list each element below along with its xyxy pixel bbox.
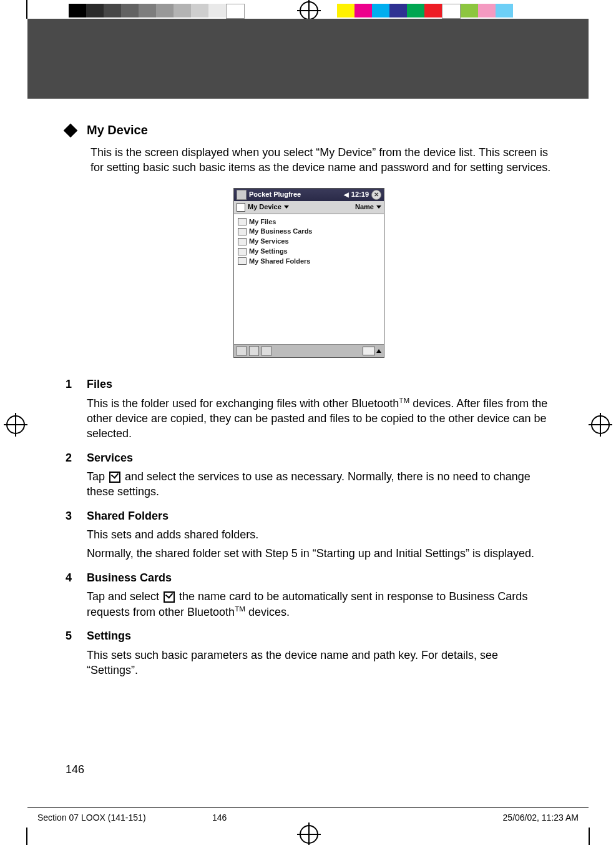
list-item-label: My Shared Folders [249,257,310,266]
toolbar-icon[interactable] [262,346,271,356]
folder-icon [238,238,247,245]
toolbar-icon[interactable] [249,346,259,356]
paragraph: This sets and adds shared folders. [87,527,552,542]
item-body: Business CardsTap and select the name ca… [87,570,552,624]
device-icon [237,203,245,212]
numbered-item: 5SettingsThis sets such basic parameters… [66,628,552,681]
swatch [407,4,424,17]
folder-icon [238,248,247,255]
swatch [337,4,354,17]
swatch [442,4,461,19]
intro-paragraph: This is the screen displayed when you se… [90,145,552,175]
swatch [389,4,407,17]
footer-filename: Section 07 LOOX (141-151) [37,813,146,823]
chevron-up-icon [376,349,381,353]
screenshot-list: My FilesMy Business CardsMy ServicesMy S… [234,214,384,344]
swatch [354,4,372,17]
folder-icon [238,257,247,265]
swatch [156,4,174,17]
item-title: Settings [87,628,552,643]
clock-time[interactable]: 12:19 [351,190,369,199]
list-item[interactable]: My Services [238,237,380,246]
swatch [174,4,191,17]
keyboard-icon [363,347,375,355]
chevron-down-icon [284,205,289,209]
swatch [226,4,245,19]
footer-page-center: 146 [212,813,227,823]
swatch [496,4,513,17]
checkbox-icon [164,591,175,603]
speaker-icon[interactable]: ◀ [344,190,349,199]
swatch [372,4,389,17]
item-number: 4 [66,570,87,624]
item-title: Services [87,450,552,465]
start-flag-icon[interactable] [237,190,247,200]
section-heading: My Device [66,122,552,139]
chevron-down-icon [376,205,381,209]
color-bar-process [337,4,513,17]
list-item[interactable]: My Settings [238,247,380,256]
list-item-label: My Services [249,237,289,246]
swatch [104,4,121,17]
item-number: 5 [66,628,87,681]
registration-mark-icon [591,415,610,434]
item-body: Shared FoldersThis sets and adds shared … [87,508,552,565]
list-item[interactable]: My Shared Folders [238,257,380,266]
list-item[interactable]: My Files [238,217,380,227]
screenshot-titlebar: Pocket Plugfree ◀ 12:19 ✕ [234,189,384,201]
sip-keyboard-button[interactable] [363,347,381,355]
crop-mark [26,828,27,845]
item-body: SettingsThis sets such basic parameters … [87,628,552,681]
paragraph: This is the folder used for exchanging f… [87,395,552,442]
item-title: Files [87,377,552,392]
sort-dropdown[interactable]: Name [355,202,381,212]
screenshot-toolbar: My Device Name [234,201,384,214]
print-footer: Section 07 LOOX (141-151) 146 25/06/02, … [37,813,579,823]
paragraph: Tap and select the services to use as ne… [87,469,552,500]
numbered-item: 3Shared FoldersThis sets and adds shared… [66,508,552,565]
footer-rule [27,807,589,808]
screenshot-bottombar [234,344,384,357]
device-dropdown[interactable]: My Device [237,202,289,212]
checkbox-icon [109,472,120,483]
numbered-item: 4Business CardsTap and select the name c… [66,570,552,624]
swatch [139,4,156,17]
crop-mark [589,828,590,845]
swatch [424,4,442,17]
swatch [191,4,208,17]
page-number: 146 [66,763,84,776]
page-header-band [27,19,589,99]
item-body: ServicesTap and select the services to u… [87,450,552,503]
close-icon[interactable]: ✕ [371,190,381,200]
item-body: FilesThis is the folder used for exchang… [87,377,552,445]
item-number: 2 [66,450,87,503]
registration-mark-icon [6,415,25,434]
nav-back-icon[interactable] [237,346,247,356]
item-title: Business Cards [87,570,552,585]
swatch [478,4,496,17]
item-number: 3 [66,508,87,565]
paragraph: Tap and select the name card to be autom… [87,589,552,620]
swatch [121,4,139,17]
list-item-label: My Settings [249,247,288,256]
sort-label: Name [355,202,374,212]
footer-date: 25/06/02, 11:23 AM [503,813,579,823]
section-title: My Device [87,122,148,139]
list-item[interactable]: My Business Cards [238,227,380,236]
registration-mark-icon [300,825,318,844]
paragraph: This sets such basic parameters as the d… [87,648,552,678]
numbered-list: 1FilesThis is the folder used for exchan… [66,377,552,682]
numbered-item: 1FilesThis is the folder used for exchan… [66,377,552,445]
device-screenshot: Pocket Plugfree ◀ 12:19 ✕ My Device Name [233,188,384,358]
paragraph: Normally, the shared folder set with Ste… [87,546,552,561]
diamond-bullet-icon [64,123,78,137]
numbered-item: 2ServicesTap and select the services to … [66,450,552,503]
registration-mark-icon [300,1,318,20]
swatch [461,4,478,17]
list-item-label: My Files [249,217,276,227]
item-title: Shared Folders [87,508,552,523]
swatch [69,4,86,17]
list-item-label: My Business Cards [249,227,312,236]
color-bar-grayscale [69,4,245,17]
folder-icon [238,218,247,225]
